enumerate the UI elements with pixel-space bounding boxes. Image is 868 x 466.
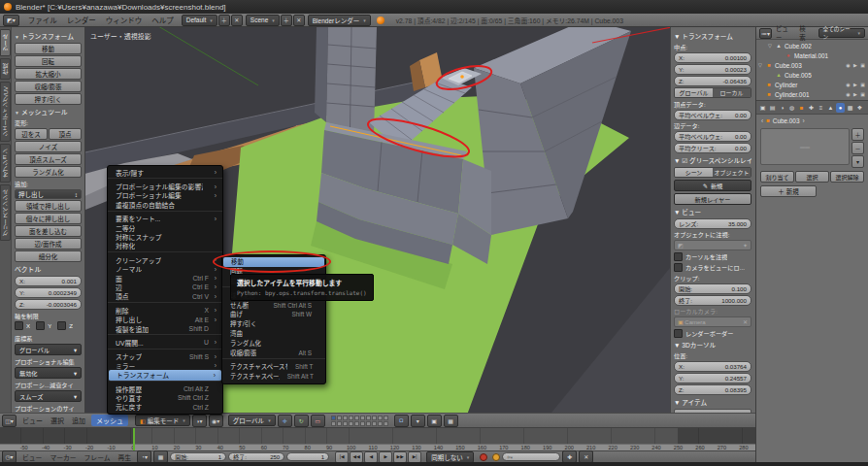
render-opengl-icon[interactable]: ▣ [427, 415, 442, 427]
properties-tab[interactable]: ❖ [855, 103, 864, 113]
transform-tool-button[interactable]: 収縮/膨張 [15, 81, 82, 92]
viewport-menu-item[interactable]: 追加 [72, 416, 85, 425]
outliner-row[interactable]: ■ Cylinder ◉ ▶ ▣ [758, 80, 866, 89]
clip-value-field[interactable]: 終了:1000.000 [674, 295, 751, 306]
infobar-menu-item[interactable]: ヘルプ [151, 17, 174, 25]
timeline-menu-item[interactable]: マーカー [50, 452, 76, 462]
add-layout-button[interactable]: ＋ [218, 15, 230, 26]
datablock-name[interactable]: Material.001 [794, 52, 828, 59]
npanel-item-header[interactable]: ▼ アイテム [674, 397, 751, 407]
pivot-center-button[interactable]: ◉▾ [209, 415, 223, 427]
mode-select[interactable]: ◧編集モード▾ [135, 415, 190, 426]
lock-cursor-checkbox[interactable]: カーソルを注視 [674, 252, 751, 261]
properties-tab[interactable]: ■ [797, 103, 806, 113]
mesh-menu-item[interactable]: プロポーショナル編集の影響減衰タイプ › [108, 182, 222, 190]
visibility-icons[interactable]: ◉ ▶ ▣ [846, 91, 866, 97]
axis-checkbox[interactable]: Z [57, 321, 73, 330]
mesh-menu-item[interactable]: プロポーショナル編集 › [108, 191, 222, 200]
snap-element-button[interactable]: ▾ [411, 415, 425, 427]
outliner-editor-type-button[interactable]: ≔▾ [759, 28, 772, 39]
properties-tab[interactable]: ● [836, 103, 845, 113]
outliner-row[interactable]: ▲ Cube.005 [758, 70, 866, 80]
tool-shelf-tab[interactable]: シェーディング/UV [0, 82, 11, 142]
median-value-field[interactable]: Y:0.00023 [674, 64, 751, 75]
expand-toggle-icon[interactable]: ▽ [758, 62, 765, 68]
start-frame-field[interactable]: 開始:1 [170, 452, 226, 461]
properties-tab[interactable]: ▣ [758, 103, 767, 113]
transform-tool-button[interactable]: 移動 [15, 43, 82, 54]
mesh-menu-item[interactable]: 辺 Ctrl E › [108, 283, 222, 291]
mesh-menu-item[interactable]: ミラー › [108, 361, 222, 370]
playback-button[interactable]: |◀ [335, 451, 349, 463]
visibility-icons[interactable]: ◉ ▶ ▣ [846, 82, 866, 87]
slot-specials-button[interactable]: ▾ [851, 155, 864, 168]
assign-button[interactable]: 選択 [795, 171, 829, 183]
outliner-row[interactable]: ▽ ■ Cube.003 ◉ ▶ ▣ [758, 60, 866, 70]
transform-panel-title[interactable]: ▼トランスフォーム [15, 31, 82, 41]
playback-button[interactable]: ◀ [364, 451, 378, 463]
playback-button[interactable]: ◀◀ [350, 451, 363, 463]
transform-submenu-item[interactable]: 曲げ Shift W [222, 310, 325, 319]
properties-tab[interactable]: ≡ [817, 103, 825, 113]
sync-mode-select[interactable]: 同期しない▾ [426, 451, 474, 463]
add-tool-button[interactable]: 領域で押し出し [15, 200, 82, 212]
npanel-view-header[interactable]: ▼ ビュー [674, 207, 751, 216]
timeline-menu-item[interactable]: 再生 [118, 452, 132, 462]
remove-slot-button[interactable]: － [851, 142, 864, 154]
viewport-shading-button[interactable]: ◑▾ [192, 415, 207, 427]
gp-new-button[interactable]: ✎ 新規 [674, 180, 751, 191]
gp-object-toggle[interactable]: オブジェクト [713, 168, 751, 177]
mesh-menu-item[interactable]: 面 Ctrl F › [108, 274, 222, 283]
properties-tab[interactable]: ✚ [807, 103, 816, 113]
timeline-menu-item[interactable]: ビュー [22, 452, 42, 462]
deform-tool-button[interactable]: 頂点 [49, 128, 82, 140]
falloff-select[interactable]: スムーズ▾ [15, 390, 82, 402]
npanel-3d-cursor-header[interactable]: ▼ 3Dカーソル [674, 340, 751, 350]
npanel-transform-header[interactable]: ▼ トランスフォーム [674, 31, 751, 41]
edge-value-field[interactable]: 平均ベベルウェ:0.00 [674, 131, 751, 142]
global-local-toggle[interactable]: グローバル ローカル [674, 87, 751, 98]
viewport-editor-type-button[interactable]: ◫▾ [2, 415, 17, 427]
mesh-menu-item[interactable]: 複製を追加 Shift D [108, 324, 222, 335]
close-layout-button[interactable]: ✕ [231, 15, 243, 26]
infobar-menu-item[interactable]: ウィンドウ [106, 17, 143, 25]
transform-tool-button[interactable]: 拡大縮小 [15, 68, 82, 80]
mesh-menu-item[interactable]: スナップ Shift S › [108, 352, 222, 361]
npanel-grease-pencil-header[interactable]: ▼ ☑ グリースペンシルレイ [674, 155, 751, 165]
manipulator-scale-icon[interactable]: ▭ [311, 415, 325, 427]
outliner-row[interactable]: ■ Cylinder.001 ◉ ▶ ▣ [758, 89, 866, 99]
axis-checkbox[interactable]: X [15, 321, 30, 330]
outliner-row[interactable]: ● Material.001 [758, 50, 866, 60]
vector-value-field[interactable]: Z:-0.0003046 [15, 299, 82, 310]
record-button[interactable] [480, 453, 487, 461]
transform-submenu-item[interactable]: せん断 Shift Ctrl Alt S [222, 300, 325, 310]
add-slot-button[interactable]: ＋ [851, 128, 864, 141]
outliner-filter-select[interactable]: 全てのシーン▾ [818, 28, 865, 38]
add-tool-button[interactable]: 面を差し込む [15, 225, 82, 237]
manipulator-translate-icon[interactable]: ✛ [278, 415, 292, 427]
render-engine-select[interactable]: Blenderレンダー▾ [308, 15, 371, 26]
properties-tab[interactable]: ◑ [778, 103, 786, 113]
lock-object-field[interactable]: ◩✦ [674, 240, 751, 250]
manipulator-rotate-icon[interactable]: ↻ [294, 415, 309, 427]
keying-set-field[interactable]: 🗝 [502, 452, 560, 461]
viewport-menu-item[interactable]: 選択 [50, 416, 64, 425]
new-material-button[interactable]: ＋ 新規 [760, 185, 817, 197]
assign-button[interactable]: 割り当て [760, 171, 794, 183]
visibility-icons[interactable]: ◉ ▶ ▣ [846, 62, 866, 68]
mesh-menu-item[interactable]: やり直す Shift Ctrl Z [108, 393, 222, 402]
transform-orientation-select[interactable]: グローバル▾ [228, 415, 276, 426]
transform-submenu-item[interactable]: 移動 [223, 257, 324, 267]
add-scene-button[interactable]: ＋ [281, 15, 292, 26]
gp-scene-toggle[interactable]: シーン [675, 168, 713, 177]
assign-button[interactable]: 選択解除 [830, 171, 864, 183]
tool-shelf-tab[interactable]: オプション [0, 144, 11, 183]
deform-tool-button[interactable]: ランダム化 [15, 166, 82, 178]
lock-camera-checkbox[interactable]: カメラをビューにロ... [674, 263, 751, 272]
screen-layout-select[interactable]: Default▾ [182, 15, 217, 26]
timeline-playhead[interactable] [133, 428, 135, 450]
transform-tool-button[interactable]: 押す/引く [15, 93, 82, 105]
add-tool-button[interactable]: 個々に押し出し [15, 213, 82, 224]
mesh-tools-panel-title[interactable]: ▼メッシュツール [15, 107, 82, 116]
local-toggle[interactable]: ローカル [713, 88, 751, 97]
